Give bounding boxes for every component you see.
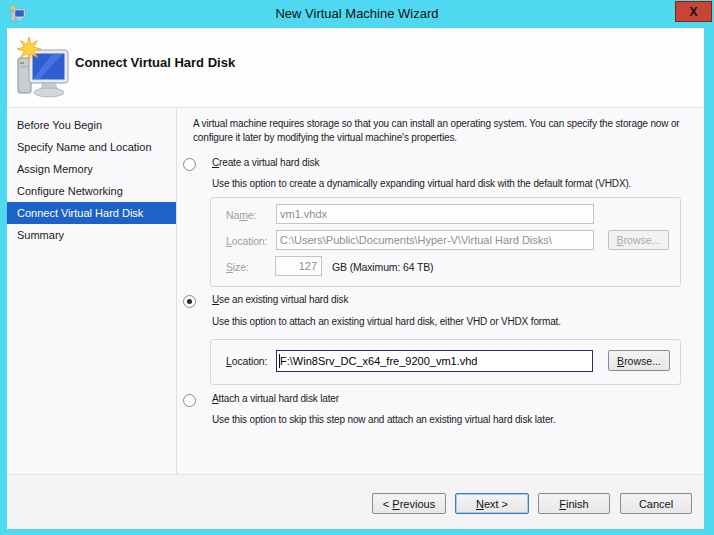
size-maximum-text: GB (Maximum: 64 TB)	[332, 261, 433, 273]
radio-use-existing-vhd-label[interactable]: Use an existing virtual hard disk	[212, 294, 348, 305]
vhd-location-input	[276, 230, 594, 250]
window-title: New Virtual Machine Wizard	[0, 0, 714, 28]
next-button[interactable]: Next >	[455, 493, 529, 514]
label-text: Na	[226, 209, 239, 221]
text-caret	[279, 354, 280, 368]
sidebar-item-specify-name-and-location[interactable]: Specify Name and Location	[7, 136, 176, 158]
browse-button[interactable]: Browse...	[608, 350, 670, 371]
label-accel: P	[392, 498, 399, 510]
location-label: Location:	[226, 235, 267, 247]
radio-use-existing-vhd[interactable]	[183, 295, 196, 308]
attach-later-description: Use this option to skip this step now an…	[212, 414, 556, 425]
existing-vhd-fields-group: Location: Browse...	[210, 339, 681, 385]
wizard-steps-sidebar: Before You Begin Specify Name and Locati…	[7, 109, 176, 474]
label-text: ext >	[484, 498, 508, 510]
radio-attach-later[interactable]	[183, 394, 196, 407]
label-text: rowse...	[624, 355, 661, 367]
dialog-panel: Connect Virtual Hard Disk Before You Beg…	[7, 28, 704, 529]
label-accel: N	[476, 498, 484, 510]
cancel-button[interactable]: Cancel	[620, 493, 692, 514]
label-text: Cancel	[639, 498, 673, 510]
new-vm-icon	[15, 36, 69, 100]
label-text: ocation:	[232, 355, 268, 367]
sidebar-item-before-you-begin[interactable]: Before You Begin	[7, 114, 176, 136]
browse-button-disabled: Browse...	[608, 230, 669, 250]
name-label: Name:	[226, 209, 256, 221]
radio-selected-dot	[187, 299, 192, 304]
label-text: revious	[400, 498, 435, 510]
create-vhd-description: Use this option to create a dynamically …	[212, 178, 631, 189]
radio-create-vhd-label[interactable]: Create a virtual hard disk	[212, 157, 319, 168]
existing-location-label: Location:	[226, 355, 267, 367]
wizard-page-content: A virtual machine requires storage so th…	[177, 109, 704, 474]
wizard-window: New Virtual Machine Wizard X Connect V	[0, 0, 714, 535]
page-title: Connect Virtual Hard Disk	[75, 55, 235, 70]
radio-create-vhd[interactable]	[183, 158, 196, 171]
intro-text: A virtual machine requires storage so th…	[193, 117, 708, 145]
label-text: reate a virtual hard disk	[219, 157, 319, 168]
label-accel: B	[617, 234, 624, 246]
label-text: se an existing virtual hard disk	[219, 294, 348, 305]
label-accel: m	[239, 209, 248, 221]
titlebar[interactable]: New Virtual Machine Wizard X	[0, 0, 714, 28]
label-text: e:	[248, 209, 256, 221]
previous-button[interactable]: < Previous	[372, 493, 446, 514]
label-text: ize:	[233, 261, 249, 273]
label-text: ocation:	[232, 235, 268, 247]
footer: < Previous Next > Finish Cancel	[7, 475, 704, 529]
radio-attach-later-label[interactable]: Attach a virtual hard disk later	[212, 393, 339, 404]
existing-vhd-location-input[interactable]	[276, 350, 593, 372]
create-vhd-fields-group: Name: Location: Browse... Size: GB (Maxi…	[210, 197, 681, 287]
wizard-header: Connect Virtual Hard Disk	[7, 28, 704, 108]
label-text: <	[383, 498, 392, 510]
label-accel: S	[226, 261, 233, 273]
label-text: ttach a virtual hard disk later	[219, 393, 339, 404]
finish-button[interactable]: Finish	[538, 493, 610, 514]
size-label: Size:	[226, 261, 249, 273]
sidebar-item-connect-virtual-hard-disk[interactable]: Connect Virtual Hard Disk	[7, 202, 176, 224]
label-text: inish	[566, 498, 589, 510]
sidebar-item-configure-networking[interactable]: Configure Networking	[7, 180, 176, 202]
sidebar-item-summary[interactable]: Summary	[7, 224, 176, 246]
sidebar-item-assign-memory[interactable]: Assign Memory	[7, 158, 176, 180]
vhd-name-input	[276, 204, 594, 224]
label-text: rowse...	[624, 234, 661, 246]
close-button[interactable]: X	[675, 1, 712, 22]
vhd-size-input	[275, 256, 322, 276]
use-existing-description: Use this option to attach an existing vi…	[212, 316, 561, 327]
